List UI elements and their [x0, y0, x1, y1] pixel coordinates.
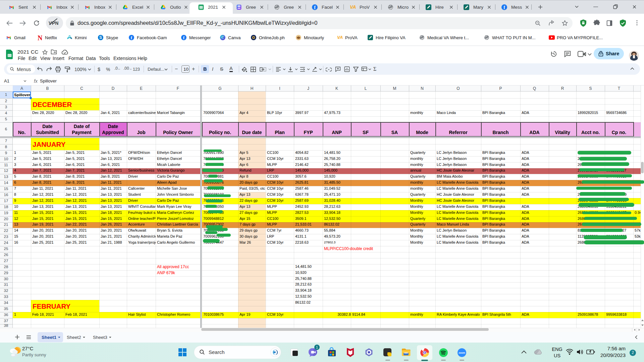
- svg-text:zoom: zoom: [459, 351, 465, 354]
